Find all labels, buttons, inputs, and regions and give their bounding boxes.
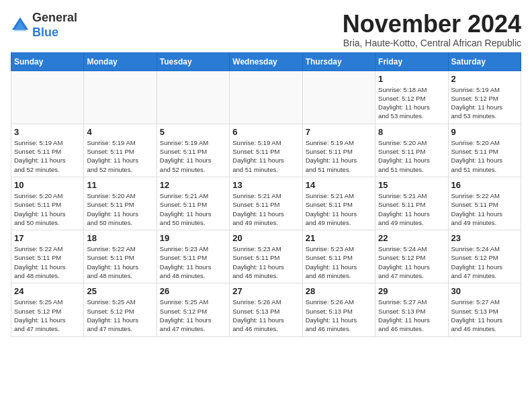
day-info: Sunrise: 5:21 AMSunset: 5:11 PMDaylight:… xyxy=(378,191,445,227)
calendar-cell: 7Sunrise: 5:19 AMSunset: 5:11 PMDaylight… xyxy=(302,124,375,177)
day-number: 19 xyxy=(160,233,226,243)
calendar-cell: 9Sunrise: 5:20 AMSunset: 5:11 PMDaylight… xyxy=(448,124,521,177)
calendar-cell: 5Sunrise: 5:19 AMSunset: 5:11 PMDaylight… xyxy=(157,124,229,177)
weekday-header: Thursday xyxy=(302,52,375,71)
day-number: 5 xyxy=(160,127,226,137)
calendar-cell: 19Sunrise: 5:23 AMSunset: 5:11 PMDayligh… xyxy=(157,230,229,283)
calendar-cell: 14Sunrise: 5:21 AMSunset: 5:11 PMDayligh… xyxy=(302,177,375,230)
calendar-cell: 29Sunrise: 5:27 AMSunset: 5:13 PMDayligh… xyxy=(375,283,448,336)
day-info: Sunrise: 5:25 AMSunset: 5:12 PMDaylight:… xyxy=(87,298,153,333)
calendar-cell: 28Sunrise: 5:26 AMSunset: 5:13 PMDayligh… xyxy=(302,283,375,336)
day-number: 7 xyxy=(306,127,372,137)
day-number: 9 xyxy=(451,127,518,137)
day-info: Sunrise: 5:24 AMSunset: 5:12 PMDaylight:… xyxy=(378,244,445,280)
day-number: 12 xyxy=(160,180,226,190)
calendar-week-row: 3Sunrise: 5:19 AMSunset: 5:11 PMDaylight… xyxy=(11,124,521,177)
calendar-week-row: 1Sunrise: 5:18 AMSunset: 5:12 PMDaylight… xyxy=(11,71,521,124)
day-number: 28 xyxy=(306,286,372,296)
calendar-week-row: 10Sunrise: 5:20 AMSunset: 5:11 PMDayligh… xyxy=(11,177,521,230)
logo-icon xyxy=(11,16,30,35)
calendar-cell: 2Sunrise: 5:19 AMSunset: 5:12 PMDaylight… xyxy=(448,71,521,124)
day-number: 18 xyxy=(87,233,153,243)
calendar-cell: 11Sunrise: 5:20 AMSunset: 5:11 PMDayligh… xyxy=(84,177,157,230)
day-info: Sunrise: 5:19 AMSunset: 5:12 PMDaylight:… xyxy=(451,85,518,121)
calendar-cell: 8Sunrise: 5:20 AMSunset: 5:11 PMDaylight… xyxy=(375,124,448,177)
day-info: Sunrise: 5:24 AMSunset: 5:12 PMDaylight:… xyxy=(451,244,518,280)
day-info: Sunrise: 5:20 AMSunset: 5:11 PMDaylight:… xyxy=(87,191,153,227)
day-number: 21 xyxy=(306,233,372,243)
day-number: 3 xyxy=(14,127,81,137)
day-number: 24 xyxy=(14,286,81,296)
calendar-table: SundayMondayTuesdayWednesdayThursdayFrid… xyxy=(11,52,521,337)
calendar-cell: 24Sunrise: 5:25 AMSunset: 5:12 PMDayligh… xyxy=(11,283,84,336)
day-info: Sunrise: 5:23 AMSunset: 5:11 PMDaylight:… xyxy=(160,244,226,280)
day-info: Sunrise: 5:27 AMSunset: 5:13 PMDaylight:… xyxy=(451,298,518,333)
calendar-cell: 25Sunrise: 5:25 AMSunset: 5:12 PMDayligh… xyxy=(84,283,157,336)
day-info: Sunrise: 5:20 AMSunset: 5:11 PMDaylight:… xyxy=(378,138,445,174)
day-info: Sunrise: 5:22 AMSunset: 5:11 PMDaylight:… xyxy=(87,244,153,280)
calendar-cell xyxy=(230,71,302,124)
day-info: Sunrise: 5:22 AMSunset: 5:11 PMDaylight:… xyxy=(14,244,81,280)
calendar-cell xyxy=(157,71,229,124)
day-number: 8 xyxy=(378,127,445,137)
day-info: Sunrise: 5:19 AMSunset: 5:11 PMDaylight:… xyxy=(14,138,81,174)
weekday-header: Sunday xyxy=(11,52,84,71)
calendar-cell: 21Sunrise: 5:23 AMSunset: 5:11 PMDayligh… xyxy=(302,230,375,283)
calendar-cell: 16Sunrise: 5:22 AMSunset: 5:11 PMDayligh… xyxy=(448,177,521,230)
day-info: Sunrise: 5:26 AMSunset: 5:13 PMDaylight:… xyxy=(232,298,299,333)
day-info: Sunrise: 5:21 AMSunset: 5:11 PMDaylight:… xyxy=(232,191,299,227)
day-number: 15 xyxy=(378,180,445,190)
day-info: Sunrise: 5:21 AMSunset: 5:11 PMDaylight:… xyxy=(160,191,226,227)
day-number: 29 xyxy=(378,286,445,296)
calendar-cell: 3Sunrise: 5:19 AMSunset: 5:11 PMDaylight… xyxy=(11,124,84,177)
weekday-header: Saturday xyxy=(448,52,521,71)
day-number: 6 xyxy=(232,127,299,137)
day-info: Sunrise: 5:23 AMSunset: 5:11 PMDaylight:… xyxy=(306,244,372,280)
day-number: 17 xyxy=(14,233,81,243)
day-info: Sunrise: 5:19 AMSunset: 5:11 PMDaylight:… xyxy=(160,138,226,174)
day-info: Sunrise: 5:25 AMSunset: 5:12 PMDaylight:… xyxy=(160,298,226,333)
day-number: 20 xyxy=(232,233,299,243)
day-info: Sunrise: 5:27 AMSunset: 5:13 PMDaylight:… xyxy=(378,298,445,333)
calendar-cell: 22Sunrise: 5:24 AMSunset: 5:12 PMDayligh… xyxy=(375,230,448,283)
day-number: 4 xyxy=(87,127,153,137)
day-info: Sunrise: 5:20 AMSunset: 5:11 PMDaylight:… xyxy=(14,191,81,227)
day-info: Sunrise: 5:21 AMSunset: 5:11 PMDaylight:… xyxy=(306,191,372,227)
weekday-header: Wednesday xyxy=(230,52,302,71)
weekday-header: Monday xyxy=(84,52,157,71)
calendar-week-row: 24Sunrise: 5:25 AMSunset: 5:12 PMDayligh… xyxy=(11,283,521,336)
day-number: 2 xyxy=(451,74,518,84)
calendar-cell: 20Sunrise: 5:23 AMSunset: 5:11 PMDayligh… xyxy=(230,230,302,283)
logo-blue: Blue xyxy=(32,26,58,39)
day-number: 22 xyxy=(378,233,445,243)
day-info: Sunrise: 5:19 AMSunset: 5:11 PMDaylight:… xyxy=(87,138,153,174)
calendar-header: General Blue November 2024 Bria, Haute-K… xyxy=(11,11,521,48)
calendar-cell: 12Sunrise: 5:21 AMSunset: 5:11 PMDayligh… xyxy=(157,177,229,230)
day-number: 10 xyxy=(14,180,81,190)
day-info: Sunrise: 5:19 AMSunset: 5:11 PMDaylight:… xyxy=(306,138,372,174)
calendar-cell xyxy=(302,71,375,124)
day-info: Sunrise: 5:23 AMSunset: 5:11 PMDaylight:… xyxy=(232,244,299,280)
logo-general: General xyxy=(32,11,77,24)
logo: General Blue xyxy=(11,11,77,40)
calendar-cell: 18Sunrise: 5:22 AMSunset: 5:11 PMDayligh… xyxy=(84,230,157,283)
day-number: 13 xyxy=(232,180,299,190)
calendar-title: November 2024 xyxy=(343,11,521,38)
day-info: Sunrise: 5:25 AMSunset: 5:12 PMDaylight:… xyxy=(14,298,81,333)
calendar-cell: 23Sunrise: 5:24 AMSunset: 5:12 PMDayligh… xyxy=(448,230,521,283)
day-info: Sunrise: 5:26 AMSunset: 5:13 PMDaylight:… xyxy=(306,298,372,333)
title-area: November 2024 Bria, Haute-Kotto, Central… xyxy=(343,11,521,48)
calendar-header-row: SundayMondayTuesdayWednesdayThursdayFrid… xyxy=(11,52,521,71)
calendar-cell: 4Sunrise: 5:19 AMSunset: 5:11 PMDaylight… xyxy=(84,124,157,177)
day-number: 30 xyxy=(451,286,518,296)
day-info: Sunrise: 5:18 AMSunset: 5:12 PMDaylight:… xyxy=(378,85,445,121)
day-number: 23 xyxy=(451,233,518,243)
day-number: 27 xyxy=(232,286,299,296)
day-number: 1 xyxy=(378,74,445,84)
weekday-header: Tuesday xyxy=(157,52,229,71)
day-info: Sunrise: 5:22 AMSunset: 5:11 PMDaylight:… xyxy=(451,191,518,227)
calendar-cell: 27Sunrise: 5:26 AMSunset: 5:13 PMDayligh… xyxy=(230,283,302,336)
day-number: 26 xyxy=(160,286,226,296)
calendar-week-row: 17Sunrise: 5:22 AMSunset: 5:11 PMDayligh… xyxy=(11,230,521,283)
day-number: 16 xyxy=(451,180,518,190)
